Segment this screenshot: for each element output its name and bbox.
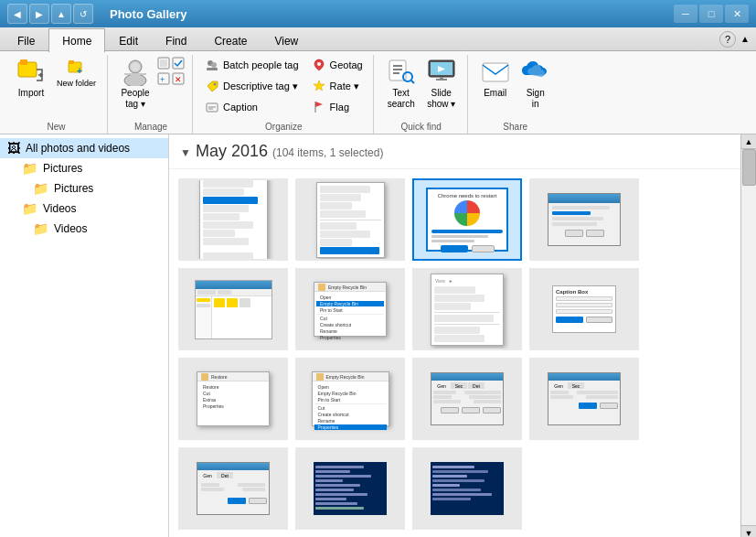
photo-item-9[interactable]: Restore Restore Cut Extras Properties (178, 358, 288, 440)
manage-group-label: Manage (134, 122, 167, 132)
ribbon-group-organize: Batch people tag Descriptive tag ▾ (195, 55, 374, 134)
app-title: Photo Gallery (110, 7, 187, 21)
videos-sub-label: Videos (54, 222, 87, 235)
onedrive-label: Signin (527, 88, 545, 110)
svg-rect-18 (207, 68, 218, 70)
svg-rect-11 (173, 58, 184, 69)
svg-line-30 (411, 81, 414, 83)
tab-edit[interactable]: Edit (105, 29, 152, 52)
photo-item-7[interactable]: View► (412, 268, 522, 350)
scroll-thumb[interactable] (742, 149, 756, 186)
content-area: ▼ May 2016 (104 items, 1 selected) (169, 134, 740, 537)
all-photos-label: All photos and videos (26, 142, 130, 155)
manage-icon1 (157, 57, 185, 70)
sidebar-item-pictures[interactable]: 📁 Pictures (0, 158, 168, 178)
flag-button[interactable]: Flag (309, 97, 366, 117)
import-label: Import (18, 88, 44, 99)
tab-file[interactable]: File (4, 29, 48, 52)
caption-button[interactable]: Caption (202, 97, 302, 117)
tab-view[interactable]: View (261, 29, 312, 52)
svg-rect-1 (20, 59, 27, 65)
photo-item-5[interactable] (178, 268, 288, 350)
batch-people-tag-label: Batch people tag (223, 59, 299, 70)
tab-find[interactable]: Find (152, 29, 200, 52)
photo-item-6[interactable]: Empty Recycle Bin Open Empty Recycle Bin… (295, 268, 405, 350)
geotag-button[interactable]: Geotag (309, 55, 366, 75)
svg-point-17 (211, 62, 217, 68)
sidebar-item-all-photos[interactable]: 🖼 All photos and videos (0, 138, 168, 158)
geotag-icon (312, 58, 326, 72)
close-button[interactable]: ✕ (725, 5, 749, 23)
manage-icon2: + ✕ (157, 72, 185, 85)
tab-home[interactable]: Home (48, 28, 105, 52)
photo-item-1[interactable] (178, 178, 288, 261)
photo-item-4[interactable] (529, 178, 639, 261)
scroll-up-btn[interactable]: ▲ (741, 134, 756, 149)
ribbon-group-quick-find: Textsearch Slideshow ▾ Quic (376, 55, 468, 134)
photo-item-12[interactable]: Gen Sec (529, 358, 639, 440)
onedrive-button[interactable]: Signin (517, 55, 554, 112)
svg-point-19 (214, 83, 217, 86)
import-button[interactable]: Import (13, 55, 49, 101)
svg-text:+: + (160, 75, 165, 84)
people-tag-button[interactable]: Peopletag ▾ (117, 55, 154, 112)
flag-icon (312, 100, 326, 114)
ribbon-group-new: Import + New folder New (5, 55, 108, 134)
text-search-button[interactable]: Textsearch (383, 55, 420, 112)
svg-text:+: + (77, 66, 82, 76)
rate-button[interactable]: Rate ▾ (309, 76, 366, 96)
nav-up[interactable]: ▲ (51, 4, 71, 24)
rate-label: Rate ▾ (330, 81, 359, 92)
scroll-down-btn[interactable]: ▼ (741, 525, 756, 537)
photo-item-15[interactable] (412, 447, 522, 530)
photo-item-13[interactable]: Gen Det (178, 447, 288, 530)
photo-item-14[interactable] (295, 447, 405, 530)
sidebar-item-videos[interactable]: 📁 Videos (0, 199, 168, 219)
svg-point-23 (317, 62, 321, 66)
email-button[interactable]: Email (477, 55, 514, 101)
svg-point-7 (131, 62, 140, 71)
content-header: ▼ May 2016 (104 items, 1 selected) (169, 134, 740, 169)
month-label: May 2016 (196, 142, 268, 160)
main-layout: 🖼 All photos and videos 📁 Pictures 📁 Pic… (0, 134, 756, 537)
rate-icon (312, 79, 326, 93)
quick-find-group-label: Quick find (400, 122, 441, 132)
minimize-button[interactable]: ─ (674, 5, 697, 23)
nav-refresh[interactable]: ↺ (73, 4, 93, 24)
slide-show-label: Slideshow ▾ (427, 88, 455, 110)
videos-icon: 📁 (22, 201, 37, 216)
photo-item-3[interactable]: Chrome needs to restart (412, 178, 522, 261)
text-search-icon (387, 57, 416, 86)
ribbon: File Home Edit Find Create View ? ▲ Impo… (0, 27, 756, 134)
photo-item-8[interactable]: Caption Box (529, 268, 639, 350)
svg-point-6 (124, 74, 146, 86)
photo-item-10[interactable]: Empty Recycle Bin Open Empty Recycle Bin… (295, 358, 405, 440)
nav-back[interactable]: ◀ (7, 4, 27, 24)
people-tag-label: Peopletag ▾ (121, 88, 149, 110)
geotag-label: Geotag (330, 59, 363, 70)
batch-tag-icon (205, 58, 219, 72)
pictures-icon: 📁 (22, 161, 37, 176)
batch-people-tag-button[interactable]: Batch people tag (202, 55, 302, 75)
nav-forward[interactable]: ▶ (29, 4, 49, 24)
tab-create[interactable]: Create (200, 29, 261, 52)
scrollbar[interactable]: ▲ ▼ (740, 134, 756, 537)
maximize-button[interactable]: □ (699, 5, 723, 23)
sidebar-item-pictures-sub[interactable]: 📁 Pictures (0, 178, 168, 199)
svg-rect-35 (440, 77, 443, 81)
title-bar: ◀ ▶ ▲ ↺ Photo Gallery ─ □ ✕ (0, 0, 756, 27)
slide-show-button[interactable]: Slideshow ▾ (423, 55, 460, 112)
svg-rect-36 (483, 63, 508, 81)
new-folder-button[interactable]: + New folder (53, 57, 100, 91)
share-group-label: Share (503, 122, 527, 132)
caption-icon (205, 100, 219, 114)
ribbon-collapse-btn[interactable]: ▲ (738, 32, 752, 47)
ribbon-help-btn[interactable]: ? (719, 31, 736, 48)
photo-item-11[interactable]: Gen Sec Det (412, 358, 522, 440)
ribbon-group-manage: Peopletag ▾ + ✕ Manage (110, 55, 193, 134)
photo-item-2[interactable] (295, 178, 405, 261)
pictures-sub-label: Pictures (54, 182, 93, 195)
sidebar-item-videos-sub[interactable]: 📁 Videos (0, 219, 168, 239)
svg-text:✕: ✕ (175, 75, 182, 84)
descriptive-tag-button[interactable]: Descriptive tag ▾ (202, 76, 302, 96)
